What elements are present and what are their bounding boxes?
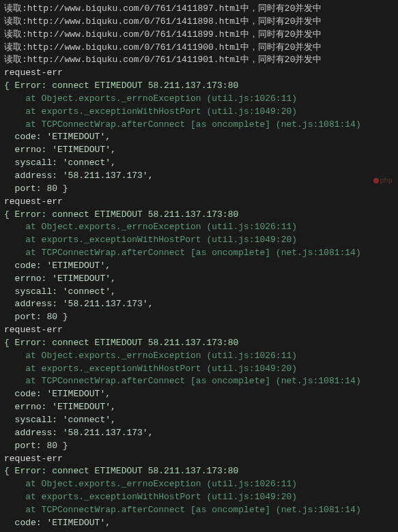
stack-trace-line: at exports._exceptionWithHostPort (util.… [4,491,394,504]
stack-trace-line: at exports._exceptionWithHostPort (util.… [4,106,394,119]
error-property-line: port: 80 } [4,440,394,453]
error-label: request-err [4,324,394,337]
error-property-line: code: 'ETIMEDOUT', [4,517,394,530]
error-property-line: errno: 'ETIMEDOUT', [4,401,394,414]
stack-trace-line: at exports._exceptionWithHostPort (util.… [4,234,394,247]
fetch-log-line: 读取:http://www.biquku.com/0/761/1411901.h… [4,54,394,67]
stack-trace-line: at TCPConnectWrap.afterConnect [as oncom… [4,504,394,517]
stack-trace-line: at Object.exports._errnoException (util.… [4,478,394,491]
error-property-line: errno: 'ETIMEDOUT', [4,530,394,532]
error-property-line: errno: 'ETIMEDOUT', [4,144,394,157]
stack-trace-line: at TCPConnectWrap.afterConnect [as oncom… [4,247,394,260]
fetch-log-line: 读取:http://www.biquku.com/0/761/1411899.h… [4,29,394,42]
stack-trace-line: at TCPConnectWrap.afterConnect [as oncom… [4,375,394,388]
error-header: { Error: connect ETIMEDOUT 58.211.137.17… [4,465,394,478]
error-property-line: syscall: 'connect', [4,414,394,427]
stack-trace-line: at Object.exports._errnoException (util.… [4,93,394,106]
error-property-line: syscall: 'connect', [4,286,394,299]
fetch-log-line: 读取:http://www.biquku.com/0/761/1411898.h… [4,16,394,29]
error-property-line: errno: 'ETIMEDOUT', [4,273,394,286]
error-header: { Error: connect ETIMEDOUT 58.211.137.17… [4,209,394,222]
error-header: { Error: connect ETIMEDOUT 58.211.137.17… [4,80,394,93]
stack-trace-line: at Object.exports._errnoException (util.… [4,221,394,234]
watermark-icon [373,178,379,183]
watermark-text: php [380,177,393,184]
error-label: request-err [4,453,394,466]
error-property-line: address: '58.211.137.173', [4,170,394,183]
error-label: request-err [4,67,394,80]
error-property-line: syscall: 'connect', [4,157,394,170]
stack-trace-line: at exports._exceptionWithHostPort (util.… [4,363,394,376]
stack-trace-line: at Object.exports._errnoException (util.… [4,350,394,363]
error-property-line: port: 80 } [4,183,394,196]
error-property-line: code: 'ETIMEDOUT', [4,388,394,401]
fetch-log-line: 读取:http://www.biquku.com/0/761/1411900.h… [4,42,394,55]
error-property-line: code: 'ETIMEDOUT', [4,131,394,144]
error-property-line: address: '58.211.137.173', [4,298,394,311]
terminal-output: 读取:http://www.biquku.com/0/761/1411897.h… [4,3,394,532]
error-property-line: code: 'ETIMEDOUT', [4,260,394,273]
error-header: { Error: connect ETIMEDOUT 58.211.137.17… [4,337,394,350]
stack-trace-line: at TCPConnectWrap.afterConnect [as oncom… [4,119,394,132]
watermark-badge: php [373,176,393,186]
error-property-line: address: '58.211.137.173', [4,427,394,440]
fetch-log-line: 读取:http://www.biquku.com/0/761/1411897.h… [4,3,394,16]
error-property-line: port: 80 } [4,311,394,324]
error-label: request-err [4,196,394,209]
